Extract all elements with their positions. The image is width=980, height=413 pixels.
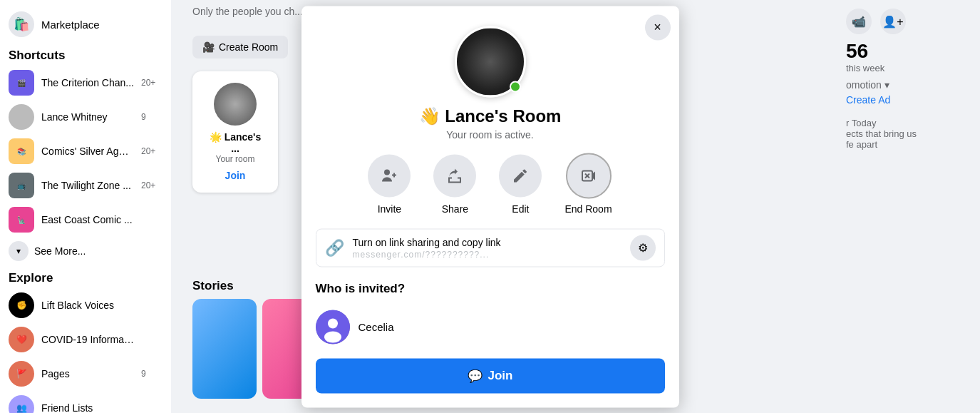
edit-label: Edit [512,203,529,214]
create-room-label: Create Room [219,41,278,53]
promotion-label: omotion [846,79,882,91]
marketplace-icon: 🛍️ [9,11,34,37]
see-more-1[interactable]: ▾ See More... [0,237,171,265]
comics-name: Comics' Silver Age ... [41,146,134,157]
comics-avatar: 📚 [9,138,34,164]
chevron-right-icon: ▾ [884,79,889,91]
svg-point-8 [324,331,341,342]
left-sidebar: 🛍️ Marketplace Shortcuts 🎬 The Criterion… [0,0,171,413]
sidebar-item-comics[interactable]: 📚 Comics' Silver Age ... 20+ [0,134,171,168]
invited-name: Cecelia [359,321,394,333]
link-content: Turn on link sharing and copy link messe… [353,236,621,259]
modal-join-button[interactable]: 💬 Join [316,358,665,393]
sidebar-item-lance[interactable]: Lance Whitney 9 [0,100,171,134]
invite-icon[interactable]: 👤+ [880,9,906,34]
create-room-icon: 🎥 [202,41,215,53]
room-card-name: 🌟 Lance's ... [204,131,267,154]
gear-icon: ⚙ [638,241,648,255]
modal-link-bar: 🔗 Turn on link sharing and copy link mes… [316,228,665,267]
modal-close-button[interactable]: × [645,14,671,40]
room-card-sub: Your room [204,154,267,164]
lift-avatar: ✊ [9,292,34,318]
explore-title: Explore [0,265,171,288]
criterion-name: The Criterion Chan... [41,77,134,88]
who-invited-label: Who is invited? [301,281,679,304]
lift-name: Lift Black Voices [41,300,134,311]
modal-actions: Invite Share Edit [301,154,679,214]
invite-action-icon [368,154,411,197]
sidebar-item-lift[interactable]: ✊ Lift Black Voices [0,288,171,322]
modal-subtitle: Your room is active. [301,128,679,140]
see-more-1-label: See More... [34,245,86,257]
chevron-down-icon: ▾ [9,241,29,261]
online-indicator [510,81,521,92]
link-sharing-text: Turn on link sharing and copy link [353,236,621,248]
share-label: Share [442,203,468,214]
svg-point-0 [384,169,390,175]
room-card-background: 🌟 Lance's ... Your room Join [192,71,278,193]
create-room-btn[interactable]: 🎥 Create Room [192,36,288,58]
join-icon: 💬 [468,368,483,383]
modal-avatar-section [301,6,679,97]
join-label: Join [488,369,513,383]
twilight-badge: 20+ [141,180,155,190]
lance-avatar [9,104,34,130]
comics-badge: 20+ [141,146,155,156]
story-card-1[interactable] [192,299,257,399]
sidebar-item-friendlists[interactable]: 👥 Friend Lists [0,391,171,413]
edit-action-button[interactable]: Edit [499,154,542,214]
room-join-button[interactable]: Join [225,170,246,181]
promotion-dropdown[interactable]: omotion ▾ [846,79,971,91]
end-room-action-button[interactable]: End Room [564,154,612,214]
share-action-button[interactable]: Share [433,154,476,214]
criterion-avatar: 🎬 [9,70,34,96]
today-sub2: fe apart [846,139,971,150]
sidebar-item-criterion[interactable]: 🎬 The Criterion Chan... 20+ [0,66,171,100]
sidebar-item-covid[interactable]: ❤️ COVID-19 Informat... [0,322,171,357]
room-title: Lance's Room [445,106,561,125]
modal-avatar [455,26,526,97]
room-card-avatar [214,83,257,126]
live-icon[interactable]: 📹 [846,9,872,34]
covid-avatar: ❤️ [9,327,34,352]
eastcoast-avatar: 🗽 [9,207,34,233]
invite-action-button[interactable]: Invite [368,154,411,214]
pages-avatar: 🚩 [9,361,34,387]
sidebar-item-twilight[interactable]: 📺 The Twilight Zone ... 20+ [0,168,171,203]
today-sub1: ects that bring us [846,128,971,139]
room-modal: × 👋 Lance's Room Your room is active. In… [301,6,679,407]
marketplace-label: Marketplace [41,19,100,31]
wave-emoji: 👋 [419,106,440,125]
sidebar-item-pages[interactable]: 🚩 Pages 9 [0,357,171,391]
share-action-icon [433,154,476,197]
stat-number: 56 [846,40,884,63]
invited-avatar [316,310,350,344]
edit-action-icon [499,154,542,197]
eastcoast-name: East Coast Comic ... [41,214,134,225]
twilight-name: The Twilight Zone ... [41,180,134,191]
friendlists-avatar: 👥 [9,395,34,413]
sidebar-item-eastcoast[interactable]: 🗽 East Coast Comic ... [0,203,171,237]
room-bar: 🎥 Create Room [192,36,288,58]
info-text: Only the people you ch... [192,6,303,17]
pages-badge: 9 [141,369,146,379]
stat-label: this week [846,63,884,73]
friendlists-name: Friend Lists [41,402,134,413]
shortcuts-title: Shortcuts [0,43,171,66]
invite-label: Invite [378,203,401,214]
create-ad-button[interactable]: Create Ad [846,94,890,106]
twilight-avatar: 📺 [9,173,34,198]
svg-point-7 [328,318,338,328]
modal-title: 👋 Lance's Room [301,106,679,126]
marketplace-item[interactable]: 🛍️ Marketplace [0,6,171,43]
covid-name: COVID-19 Informat... [41,334,134,345]
end-room-label: End Room [564,203,612,214]
today-label: r Today [846,118,971,128]
pages-name: Pages [41,368,134,379]
criterion-badge: 20+ [141,78,155,88]
end-room-action-icon [567,154,610,197]
link-gear-button[interactable]: ⚙ [630,235,656,260]
right-stats: 📹 👤+ 56 this week omotion ▾ Create Ad r … [837,0,980,158]
lance-badge: 9 [141,112,146,122]
invited-person: Cecelia [301,304,679,350]
